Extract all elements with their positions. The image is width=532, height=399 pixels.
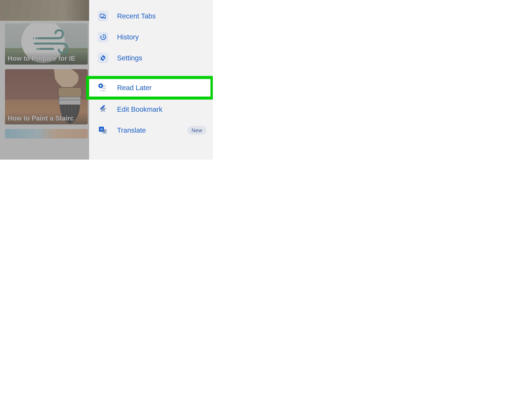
menu-item-label: Read Later bbox=[117, 84, 152, 92]
menu-item-label: Recent Tabs bbox=[117, 12, 156, 20]
gear-icon bbox=[98, 53, 108, 63]
recent-tabs-icon bbox=[98, 11, 108, 21]
menu-divider bbox=[89, 75, 213, 75]
svg-point-25 bbox=[100, 90, 101, 91]
menu-item-label: Translate bbox=[117, 126, 146, 134]
menu-item-label: History bbox=[117, 33, 139, 41]
app-screenshot: How to Prepare for IE bbox=[0, 0, 213, 160]
bookmark-star-icon bbox=[98, 104, 108, 114]
menu-item-translate[interactable]: G Translate New bbox=[89, 120, 213, 141]
menu-item-edit-bookmark[interactable]: Edit Bookmark bbox=[89, 99, 213, 120]
svg-rect-14 bbox=[101, 17, 103, 18]
new-badge: New bbox=[187, 126, 207, 135]
menu-item-history[interactable]: History bbox=[89, 27, 213, 48]
translate-icon: G bbox=[98, 125, 108, 135]
browser-overflow-menu: Recent Tabs History bbox=[89, 0, 213, 160]
svg-text:G: G bbox=[101, 128, 103, 131]
menu-item-recent-tabs[interactable]: Recent Tabs bbox=[89, 6, 213, 27]
menu-item-label: Edit Bookmark bbox=[117, 105, 162, 113]
history-icon bbox=[98, 32, 108, 42]
read-later-icon bbox=[98, 83, 108, 93]
svg-rect-17 bbox=[104, 16, 105, 18]
menu-item-read-later[interactable]: Read Later bbox=[89, 77, 213, 99]
menu-item-label: Settings bbox=[117, 54, 142, 62]
svg-rect-24 bbox=[102, 90, 105, 91]
menu-item-settings[interactable]: Settings bbox=[89, 48, 213, 69]
svg-rect-15 bbox=[101, 18, 103, 18]
svg-rect-13 bbox=[100, 14, 104, 17]
svg-rect-28 bbox=[99, 85, 102, 86]
svg-point-21 bbox=[102, 57, 104, 59]
svg-rect-23 bbox=[102, 88, 106, 89]
svg-line-20 bbox=[103, 37, 104, 38]
